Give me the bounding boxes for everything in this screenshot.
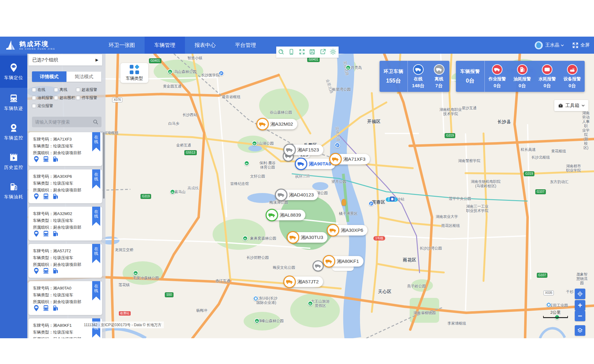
vehicle-marker-湘AF1523[interactable]: 湘AF1523 <box>284 145 323 155</box>
vehicle-type-button[interactable]: 车辆类型 <box>120 63 148 83</box>
camera-icon <box>9 123 18 135</box>
status-badge: 在 线 <box>92 132 100 151</box>
alarm-stat-水耗报警: 水耗报警0台 <box>535 61 560 92</box>
sidebar-item-车辆定位[interactable]: 车辆定位 <box>0 56 27 88</box>
chevron-down-icon[interactable] <box>560 43 564 47</box>
vehicle-card-湘A90TA0[interactable]: 车牌号码：湘A90TA0车辆类型：垃圾压缩车所属组织：厨余垃圾项目部在 线 <box>29 281 102 315</box>
locate-vehicle-icon[interactable] <box>33 230 40 237</box>
sidebar-item-label: 车辆油耗 <box>4 194 23 200</box>
zoom-in-button[interactable]: + <box>575 300 585 311</box>
alarm-label: 设备报警 <box>564 76 581 82</box>
locate-vehicle-icon[interactable] <box>33 193 40 200</box>
save-icon[interactable] <box>309 48 316 56</box>
fuel-vehicle-icon[interactable] <box>52 267 59 274</box>
left-sidebar: 车辆定位车辆轨迹车辆监控历史监控车辆油耗 <box>0 54 27 338</box>
road-badge: X076 <box>112 97 122 102</box>
offline-truck-icon <box>434 64 444 75</box>
bus-icon <box>9 94 18 106</box>
logo-title: 鹤成环境 <box>19 40 55 48</box>
fullscreen-button[interactable]: 全屏 <box>572 42 590 48</box>
alarm-value: 0台 <box>544 83 551 89</box>
locate-button[interactable] <box>575 289 585 299</box>
sidebar-item-车辆轨迹[interactable]: 车辆轨迹 <box>0 88 27 117</box>
vehicle-card-湘A30XP6[interactable]: 车牌号码：湘A30XP6车辆类型：垃圾压缩车所属组织：厨余垃圾项目部在 线 <box>29 169 102 203</box>
nav-tab-车辆管理[interactable]: 车辆管理 <box>145 37 185 54</box>
road-badge: G0401 <box>307 57 320 62</box>
chevron-down-icon <box>581 104 585 107</box>
zoom-reset-icon[interactable] <box>278 48 285 56</box>
sidebar-item-label: 历史监控 <box>4 164 23 170</box>
fuel-vehicle-icon[interactable] <box>52 193 59 200</box>
sidebar-item-label: 车辆轨迹 <box>4 106 23 111</box>
nav-tab-环卫一张图[interactable]: 环卫一张图 <box>99 37 145 54</box>
scale-bar <box>543 316 568 318</box>
road-badge: 收费站 <box>119 311 131 316</box>
track-vehicle-icon[interactable] <box>43 193 49 200</box>
vehicle-marker-湘A32M02[interactable]: 湘A32M02 <box>257 119 297 129</box>
vehicle-marker-湘A30TU3[interactable]: 湘A30TU3 <box>288 232 327 243</box>
vehicle-marker-湘A30XP6[interactable]: 湘A30XP6 <box>328 225 367 236</box>
vehicle-field: 车辆类型：垃圾压缩车 <box>33 292 73 298</box>
nav-tab-平台管理[interactable]: 平台管理 <box>225 37 266 54</box>
fuel-vehicle-icon[interactable] <box>52 230 59 237</box>
plate-label: 湘AF1523 <box>297 147 319 153</box>
nav-tab-报表中心[interactable]: 报表中心 <box>185 37 225 54</box>
fuel-vehicle-icon[interactable] <box>52 305 59 312</box>
panorama-button[interactable] <box>575 325 585 336</box>
fuel-vehicle-icon[interactable] <box>52 156 59 163</box>
alarm-breakdown: 作业报警0台油耗报警0台水耗报警0台设备报警0台 <box>485 61 585 92</box>
map-canvas[interactable]: 智造小镇乌山森林公园黄金园互通长沙医学院月亮岛银星湾公园观音岩枢纽长沙西站谷山森… <box>27 54 594 338</box>
nav-tabs: 环卫一张图车辆管理报表中心平台管理 <box>99 37 266 54</box>
expand-icon[interactable] <box>299 48 306 56</box>
vehicle-marker-湘AL8839[interactable]: 湘AL8839 <box>267 210 305 220</box>
locate-vehicle-icon[interactable] <box>33 267 40 274</box>
vehicle-card-湘A32M02[interactable]: 车牌号码：湘A32M02车辆类型：垃圾压缩车所属组织：厨余垃圾项目部在 线 <box>29 207 102 240</box>
mobile-frame-icon[interactable] <box>288 48 295 56</box>
export-icon[interactable] <box>319 48 327 56</box>
park-poi-icon <box>346 65 351 70</box>
vehicle-marker-湘A80KF1[interactable]: 湘A80KF1 <box>324 256 363 267</box>
vehicle-field: 所属组织：厨余垃圾项目部 <box>33 150 81 156</box>
user-avatar[interactable] <box>535 41 543 49</box>
track-vehicle-icon[interactable] <box>43 230 49 237</box>
sidebar-item-历史监控[interactable]: 历史监控 <box>0 147 27 176</box>
sidebar-item-车辆监控[interactable]: 车辆监控 <box>0 117 27 147</box>
locate-vehicle-icon[interactable] <box>33 156 40 163</box>
vehicle-field: 所属组织：厨余垃圾项目部 <box>33 187 81 193</box>
vehicle-type-icon <box>130 65 139 74</box>
plate-label: 湘A57JT2 <box>297 279 319 285</box>
offline-value: 7台 <box>435 83 443 89</box>
vehicle-field: 所属组织：厨余垃圾项目部 <box>33 299 81 305</box>
toolbox-button[interactable]: 工具箱 <box>554 100 588 111</box>
map-toolbar <box>276 47 339 58</box>
vehicle-actions <box>33 305 62 312</box>
park-poi-icon <box>254 318 260 324</box>
vehicle-actions <box>33 156 62 163</box>
vehicle-marker-fragment[interactable] <box>313 260 324 272</box>
park-poi-icon <box>133 271 138 276</box>
zoom-out-button[interactable]: − <box>575 311 585 321</box>
settings-icon[interactable] <box>330 48 337 56</box>
track-vehicle-icon[interactable] <box>43 267 49 274</box>
truck-icon <box>256 118 269 130</box>
vehicle-marker-湘AD40123[interactable]: 湘AD40123 <box>276 190 318 200</box>
truck-icon <box>323 255 335 267</box>
sidebar-item-车辆油耗[interactable]: 车辆油耗 <box>0 176 27 206</box>
vehicle-field: 车牌号码：湘A57JT2 <box>33 248 71 254</box>
vehicle-marker-湘A71XF3[interactable]: 湘A71XF3 <box>330 154 370 164</box>
map-copyright: 1111342 - 京ICP证030173号 - Data © 长地万方 <box>81 321 164 328</box>
list-scrollbar[interactable] <box>103 132 105 199</box>
vehicle-marker-湘A57JT2[interactable]: 湘A57JT2 <box>284 276 323 287</box>
p-poi-icon: P <box>335 143 340 148</box>
video-icon <box>9 153 18 164</box>
track-vehicle-icon[interactable] <box>43 156 49 163</box>
vehicle-card-湘A57JT2[interactable]: 车牌号码：湘A57JT2车辆类型：垃圾压缩车所属组织：厨余垃圾项目部在 线 <box>29 244 102 278</box>
online-stat: 在线 148台 <box>408 61 429 92</box>
fullscreen-icon <box>572 42 578 48</box>
vehicle-card-湘A71XF3[interactable]: 车牌号码：湘A71XF3车辆类型：垃圾压缩车所属组织：厨余垃圾项目部在 线 <box>29 132 102 166</box>
park-poi-icon <box>168 69 173 74</box>
user-name[interactable]: 王水晶 <box>545 42 559 48</box>
locate-vehicle-icon[interactable] <box>33 305 40 312</box>
alarm-stat-作业报警: 作业报警0台 <box>485 61 510 92</box>
track-vehicle-icon[interactable] <box>43 305 49 312</box>
